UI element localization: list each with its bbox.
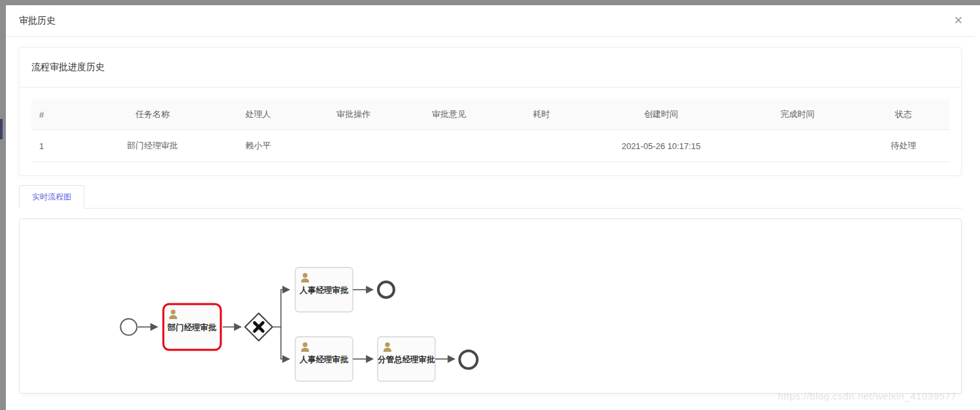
cell-create-time: 2021-05-26 10:17:15 [585, 130, 737, 162]
flow-arrow-gateway-to-bottom [281, 327, 289, 359]
background-top-strip [0, 0, 980, 5]
end-event-top [378, 282, 394, 298]
col-status: 状态 [857, 99, 949, 130]
bpmn-diagram: 部门经理审批 人事经理审批 [20, 219, 961, 393]
cell-action [306, 130, 400, 162]
background-scrollbar-fragment [0, 119, 3, 139]
status-badge: 待处理 [857, 130, 949, 162]
user-task-hr-manager-top: 人事经理审批 [295, 267, 353, 312]
diagram-tabbar: 实时流程图 [19, 185, 962, 209]
col-task-name: 任务名称 [95, 99, 209, 130]
close-icon[interactable]: ✕ [954, 15, 963, 26]
user-task-deputy-gm: 分管总经理审批 [377, 337, 435, 381]
flow-diagram-panel: 部门经理审批 人事经理审批 [19, 218, 962, 394]
task-label: 人事经理审批 [299, 355, 350, 364]
history-card-body: # 任务名称 处理人 审批操作 审批意见 耗时 创建时间 完成时间 状态 1 部 [20, 88, 961, 175]
cell-comment [400, 130, 498, 162]
cell-index: 1 [31, 130, 95, 162]
col-create-time: 创建时间 [585, 99, 737, 130]
history-card: 流程审批进度历史 # 任务名称 处理人 审批操作 审批意见 耗时 [19, 47, 962, 176]
approval-history-dialog: 审批历史 ✕ 流程审批进度历史 # 任务名称 处理人 审批操作 审批意见 [6, 5, 975, 410]
task-label: 人事经理审批 [299, 286, 350, 295]
cell-duration [498, 130, 585, 162]
table-row: 1 部门经理审批 赖小平 2021-05-26 10:17:15 待处理 [31, 130, 949, 162]
history-card-title: 流程审批进度历史 [20, 48, 961, 88]
user-task-hr-manager-bottom: 人事经理审批 [295, 337, 353, 381]
cell-finish-time [737, 130, 857, 162]
dialog-header: 审批历史 ✕ [6, 5, 975, 37]
start-event [121, 319, 137, 335]
col-duration: 耗时 [498, 99, 585, 130]
background-left-strip [0, 5, 6, 410]
task-label: 分管总经理审批 [377, 355, 435, 364]
tab-realtime-diagram[interactable]: 实时流程图 [19, 185, 84, 209]
exclusive-gateway-icon [245, 313, 272, 341]
col-action: 审批操作 [306, 99, 400, 130]
flow-arrow-gateway-to-top [272, 290, 289, 327]
end-event-bottom [460, 351, 478, 369]
cell-assignee: 赖小平 [210, 130, 307, 162]
col-assignee: 处理人 [210, 99, 307, 130]
task-label: 部门经理审批 [167, 323, 218, 332]
col-finish-time: 完成时间 [737, 99, 857, 130]
table-header-row: # 任务名称 处理人 审批操作 审批意见 耗时 创建时间 完成时间 状态 [31, 99, 949, 130]
approval-history-table: # 任务名称 处理人 审批操作 审批意见 耗时 创建时间 完成时间 状态 1 部 [31, 99, 949, 162]
user-task-dept-manager: 部门经理审批 [163, 304, 221, 350]
col-index: # [31, 99, 95, 130]
col-comment: 审批意见 [400, 99, 498, 130]
cell-task-name: 部门经理审批 [95, 130, 209, 162]
dialog-title: 审批历史 [19, 15, 56, 27]
